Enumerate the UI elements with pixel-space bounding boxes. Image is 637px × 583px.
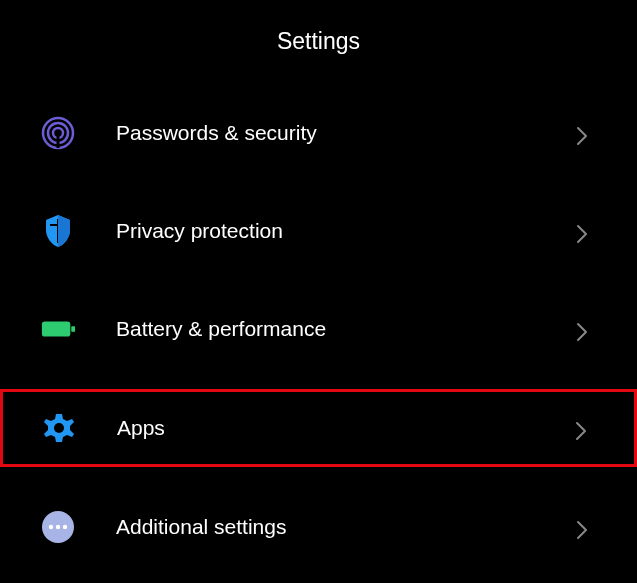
settings-item-passwords-security[interactable]: Passwords & security xyxy=(0,95,637,171)
page-title: Settings xyxy=(0,28,637,55)
shield-icon xyxy=(40,213,76,249)
item-label: Additional settings xyxy=(116,515,575,539)
item-label: Passwords & security xyxy=(116,121,575,145)
item-label: Apps xyxy=(117,416,574,440)
chevron-right-icon xyxy=(575,322,589,336)
svg-point-9 xyxy=(56,525,60,529)
settings-item-apps[interactable]: Apps xyxy=(0,389,637,467)
battery-icon xyxy=(40,311,76,347)
chevron-right-icon xyxy=(575,224,589,238)
dots-icon xyxy=(40,509,76,545)
item-label: Battery & performance xyxy=(116,317,575,341)
fingerprint-icon xyxy=(40,115,76,151)
header: Settings xyxy=(0,0,637,95)
svg-point-10 xyxy=(63,525,67,529)
chevron-right-icon xyxy=(574,421,588,435)
svg-rect-5 xyxy=(71,326,75,332)
chevron-right-icon xyxy=(575,520,589,534)
settings-item-battery-performance[interactable]: Battery & performance xyxy=(0,291,637,367)
settings-list: Passwords & security Privacy protection xyxy=(0,95,637,565)
chevron-right-icon xyxy=(575,126,589,140)
item-label: Privacy protection xyxy=(116,219,575,243)
settings-item-privacy-protection[interactable]: Privacy protection xyxy=(0,193,637,269)
svg-point-6 xyxy=(54,423,64,433)
settings-item-additional-settings[interactable]: Additional settings xyxy=(0,489,637,565)
gear-icon xyxy=(41,410,77,446)
svg-point-8 xyxy=(49,525,53,529)
svg-rect-4 xyxy=(42,321,70,336)
